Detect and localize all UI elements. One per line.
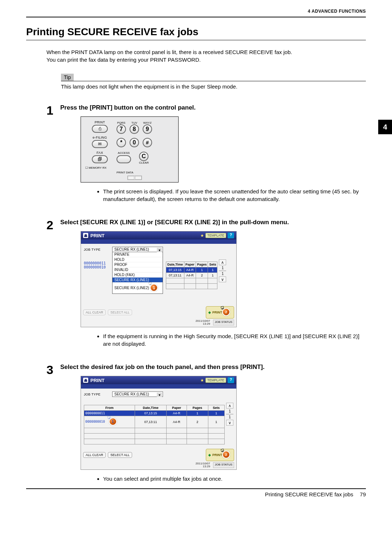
col-date: Date,Time [166, 262, 184, 267]
help-button[interactable]: ? [228, 233, 234, 238]
step3-title: Select the desired fax job on the touch … [60, 364, 366, 371]
scroll-up-button[interactable]: ∧ [226, 403, 233, 409]
table-row[interactable]: 0000000010 ☟1 07,13:11A4-R21 [84, 416, 225, 428]
cp-key-hash[interactable]: # [143, 138, 152, 147]
scroll-up-button[interactable]: ∧ [219, 259, 226, 265]
job-type-dropdown[interactable]: SECURE RX (LINE1) ▾ [112, 247, 163, 252]
page-total: 1 [229, 415, 231, 419]
table-row[interactable] [166, 284, 217, 289]
dropdown-item-holdfax[interactable]: HOLD (FAX) [113, 272, 163, 278]
cp-memoryrx-label: ☐ MEMORY RX [83, 166, 117, 169]
print-button[interactable]: ◈PRINT ☟2 [206, 306, 234, 319]
dropdown-item-invalid[interactable]: INVALID [113, 267, 163, 272]
cp-key-9[interactable]: 9 [143, 124, 152, 134]
page-total: 1 [222, 272, 224, 276]
title-underline [26, 40, 366, 40]
all-clear-button[interactable]: ALL CLEAR [83, 309, 106, 315]
step1-title: Press the [PRINT] button on the control … [60, 104, 366, 111]
page-current: 1 [229, 409, 231, 413]
all-clear-button[interactable]: ALL CLEAR [83, 452, 106, 458]
footer-title: Printing SECURE RECEIVE fax jobs [265, 491, 353, 497]
cp-printdata-label: PRINT DATA [117, 171, 142, 174]
select-all-button[interactable]: SELECT ALL [108, 452, 132, 458]
page-title: Printing SECURE RECEIVE fax jobs [26, 26, 366, 38]
tip-text: This lamp does not light when the equipm… [61, 83, 366, 90]
step3-bullet: You can select and print multiple fax jo… [103, 475, 366, 483]
timestamp: 2011/10/0713:29 [196, 462, 210, 468]
chevron-down-icon: ▾ [157, 393, 162, 397]
dropdown-menu: PRIVATE HOLD PROOF INVALID HOLD (FAX) SE… [112, 252, 163, 294]
cp-print-button[interactable]: ⎙ [92, 125, 108, 133]
dropdown-item-hold[interactable]: HOLD [113, 257, 163, 262]
screen-step2: 🖶PRINT ★ TEMPLATE ? JOB TYPE SECURE RX (… [81, 231, 237, 327]
col-pages: Pages [196, 262, 208, 267]
intro-line-1: When the PRINT DATA lamp on the control … [46, 48, 366, 56]
cp-key-star[interactable]: * [117, 138, 126, 147]
screen-step3: 🖶PRINT ★ TEMPLATE ? JOB TYPE SECURE RX (… [81, 376, 237, 470]
go-icon: ◈ [208, 311, 211, 314]
screen-title: 🖶PRINT [83, 378, 105, 383]
job-type-dropdown[interactable]: SECURE RX (LINE1) ▾ [112, 391, 163, 397]
scroll-down-button[interactable]: ∨ [226, 420, 233, 426]
help-button[interactable]: ? [228, 377, 234, 383]
cp-tuv: TUV [130, 121, 139, 124]
table-row[interactable] [84, 434, 225, 439]
cp-pqrs: PQRS [117, 121, 126, 124]
select-all-button-dim[interactable]: SELECT ALL [108, 309, 132, 315]
table-row[interactable] [84, 428, 225, 434]
cp-printdata-leds [127, 176, 142, 180]
col-pages: Pages [187, 405, 208, 411]
step3-number: 3 [46, 364, 56, 484]
col-date: Date,Time [135, 405, 167, 411]
table-row[interactable]: 000000001107,13:15A4-R11 [84, 411, 225, 416]
job-status-button[interactable]: JOB STATUS [213, 462, 234, 468]
cp-clear-label: CLEAR [139, 161, 149, 164]
dropdown-item-private[interactable]: PRIVATE [113, 252, 163, 257]
tip-underline [61, 81, 366, 81]
step2-number: 2 [46, 219, 56, 349]
print-icon: ⎙ [99, 126, 101, 131]
cp-fax-label: FAX [83, 151, 117, 155]
cp-fax-button[interactable]: 🗐 [92, 155, 108, 163]
jobs-table: From Date,Time Paper Pages Sets 00000000… [84, 405, 225, 444]
scroll-down-button[interactable]: ∨ [219, 276, 226, 282]
dropdown-item-securerx2[interactable]: SECURE RX (LINE2) ☟1 [113, 283, 163, 294]
template-button[interactable]: TEMPLATE [205, 378, 226, 383]
header-breadcrumb: 4 ADVANCED FUNCTIONS [26, 9, 366, 14]
chapter-tab: 4 [378, 120, 392, 134]
cp-key-0[interactable]: 0 [130, 138, 139, 147]
row-num-2: 0000000010 [84, 265, 112, 269]
intro-line-2: You can print the fax data by entering y… [46, 56, 366, 63]
cp-efiling-button[interactable]: ✉ [92, 140, 108, 148]
divider [26, 488, 366, 489]
template-button[interactable]: TEMPLATE [205, 233, 226, 238]
timestamp: 2011/10/0713:29 [196, 320, 210, 325]
job-type-label: JOB TYPE [84, 393, 109, 396]
col-from: From [84, 405, 135, 411]
step2-title: Select [SECURE RX (LINE 1)] or [SECURE R… [60, 219, 366, 226]
cp-key-7[interactable]: 7 [117, 124, 126, 134]
table-row[interactable]: 07,13:11A4-R21 [166, 273, 217, 278]
efiling-icon: ✉ [98, 141, 102, 147]
cp-access-label: ACCESS [117, 151, 131, 155]
job-type-label: JOB TYPE [84, 248, 109, 251]
row-num-1: 0000000011 [84, 261, 112, 265]
cp-access-button[interactable] [117, 155, 131, 163]
divider [26, 17, 366, 17]
table-row[interactable] [166, 278, 217, 284]
print-button[interactable]: ◈PRINT ☟2 [206, 449, 234, 461]
table-row[interactable] [84, 439, 225, 444]
star-icon: ★ [200, 378, 204, 383]
step1-number: 1 [46, 104, 56, 204]
jobs-table: Date,Time Paper Pages Sets 07,13:15A4-R1… [166, 262, 217, 289]
table-row[interactable]: 07,13:15A4-R11 [166, 267, 217, 273]
chevron-down-icon: ▾ [157, 248, 162, 252]
cp-key-8[interactable]: 8 [130, 124, 139, 134]
job-status-button[interactable]: JOB STATUS [213, 320, 234, 325]
cp-key-clear[interactable]: C [139, 152, 148, 161]
star-icon: ★ [200, 233, 204, 238]
callout-2: 2 [222, 451, 230, 459]
dropdown-item-proof[interactable]: PROOF [113, 262, 163, 267]
control-panel-figure: PRINT ⎙ PQRS 7 TUV 8 [81, 116, 179, 182]
dropdown-item-securerx1[interactable]: SECURE RX (LINE1) [113, 278, 163, 283]
